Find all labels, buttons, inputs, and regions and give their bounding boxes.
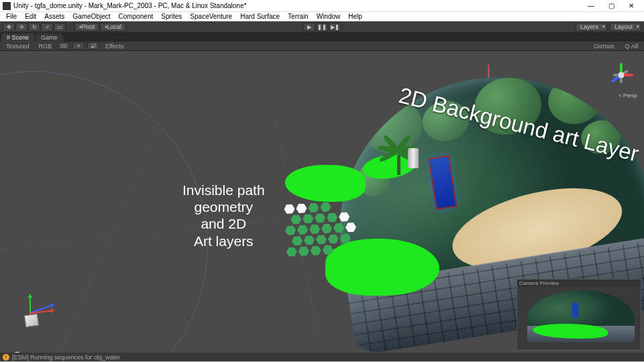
camera-preview-panel: Camera Preview xyxy=(517,279,641,350)
statusbar: ! [ESM] Running sequences for obj_water xyxy=(0,353,644,361)
tab-scene[interactable]: # Scene xyxy=(1,34,34,42)
cylinder-object xyxy=(408,148,419,168)
maximize-button[interactable]: ▢ xyxy=(601,1,621,11)
pivot-group: ▪ Pivot ▪ Local xyxy=(74,23,126,32)
rgb-dropdown[interactable]: RGB xyxy=(36,43,56,50)
effects-dropdown[interactable]: Effects xyxy=(102,43,127,50)
mode-2d-toggle[interactable]: 2D xyxy=(58,42,70,50)
layers-dropdown[interactable]: Layers xyxy=(576,23,607,32)
menu-help[interactable]: Help xyxy=(345,13,366,20)
path-blob xyxy=(285,165,366,202)
scene-toolbar: Textured RGB 2D ☀ 🔊 Effects Gizmos Q·All xyxy=(0,42,644,51)
tab-game[interactable]: Game xyxy=(36,34,63,42)
menu-window[interactable]: Window xyxy=(313,13,344,20)
scale-tool-icon[interactable]: ⤢ xyxy=(41,23,53,32)
camera-axes xyxy=(17,296,57,329)
status-message: [ESM] Running sequences for obj_water xyxy=(12,354,120,361)
orientation-gizmo[interactable] xyxy=(606,60,636,90)
menu-hardsurface[interactable]: Hard Surface xyxy=(237,13,283,20)
gizmos-dropdown[interactable]: Gizmos xyxy=(590,43,618,50)
rotate-tool-icon[interactable]: ↻ xyxy=(28,23,40,32)
scene-toolbar-right: Gizmos Q·All xyxy=(590,43,641,50)
menubar: File Edit Assets GameObject Component Sp… xyxy=(0,12,644,21)
menu-gameobject[interactable]: GameObject xyxy=(69,13,113,20)
play-button-icon[interactable]: ▶ xyxy=(303,23,315,32)
annotation-path: Invisible path geometry and 2D Art layer… xyxy=(182,182,265,249)
pivot-label: Pivot xyxy=(81,23,95,30)
close-button[interactable]: ✕ xyxy=(621,1,641,11)
search-scene[interactable]: Q·All xyxy=(621,43,641,50)
local-label: Local xyxy=(107,23,121,30)
gizmo-center-icon[interactable] xyxy=(619,72,624,78)
scene-viewport[interactable]: Invisible path geometry and 2D Art layer… xyxy=(0,51,644,353)
gizmo-persp-label[interactable]: < Persp xyxy=(619,93,637,99)
titlebar: Unity - tgfa_dome.unity - Mark_Mark-PC_2… xyxy=(0,0,644,12)
light-toggle-icon[interactable]: ☀ xyxy=(72,42,85,50)
rect-tool-icon[interactable]: ▭ xyxy=(54,23,66,32)
camera-icon xyxy=(24,314,39,328)
transform-tools: ✥ ✢ ↻ ⤢ ▭ xyxy=(3,23,66,32)
status-warning-icon[interactable]: ! xyxy=(3,354,9,361)
layout-dropdown[interactable]: Layout xyxy=(610,23,641,32)
camera-preview-viewport xyxy=(517,287,641,349)
hand-tool-icon[interactable]: ✥ xyxy=(3,23,15,32)
menu-edit[interactable]: Edit xyxy=(21,13,40,20)
menu-spaceventure[interactable]: SpaceVenture xyxy=(186,13,235,20)
minimize-button[interactable]: — xyxy=(581,1,601,11)
audio-toggle-icon[interactable]: 🔊 xyxy=(87,42,99,50)
main-toolbar: ✥ ✢ ↻ ⤢ ▭ ▪ Pivot ▪ Local ▶ ❚❚ ▶❚ Layers… xyxy=(0,21,644,32)
camera-scene-object[interactable] xyxy=(17,296,57,329)
panel-tabs: # Scene Game xyxy=(0,32,644,42)
hex-tile-grid xyxy=(284,199,394,257)
menu-assets[interactable]: Assets xyxy=(41,13,68,20)
menu-terrain[interactable]: Terrain xyxy=(284,13,312,20)
menu-file[interactable]: File xyxy=(3,13,20,20)
camera-preview-title: Camera Preview xyxy=(517,280,641,287)
local-toggle[interactable]: ▪ Local xyxy=(100,23,126,32)
move-tool-icon[interactable]: ✢ xyxy=(15,23,28,32)
unity-app-icon xyxy=(3,2,11,10)
menu-component[interactable]: Component xyxy=(115,13,157,20)
path-geometry-object[interactable] xyxy=(282,168,470,302)
step-button-icon[interactable]: ▶❚ xyxy=(329,23,341,32)
pivot-toggle[interactable]: ▪ Pivot xyxy=(74,23,99,32)
window-controls: — ▢ ✕ xyxy=(581,1,641,11)
annotation-camera: Camera xyxy=(12,349,58,353)
playback-controls: ▶ ❚❚ ▶❚ xyxy=(303,23,341,32)
menu-sprites[interactable]: Sprites xyxy=(158,13,185,20)
pause-button-icon[interactable]: ❚❚ xyxy=(316,23,328,32)
shaded-dropdown[interactable]: Textured xyxy=(3,43,33,50)
toolbar-right: Layers Layout xyxy=(576,23,641,32)
window-title: Unity - tgfa_dome.unity - Mark_Mark-PC_2… xyxy=(13,2,581,9)
